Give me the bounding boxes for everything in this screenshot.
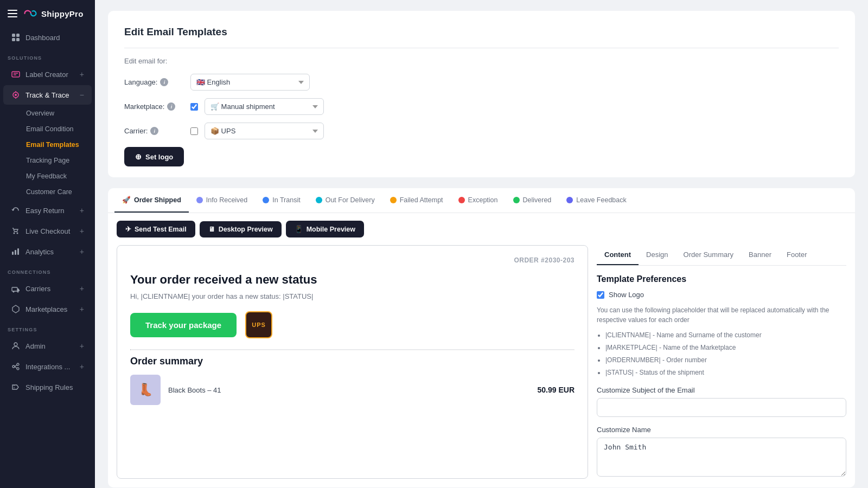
tab-exception[interactable]: Exception	[451, 189, 506, 213]
settings-tab-content[interactable]: Content	[597, 245, 639, 265]
carrier-checkbox[interactable]	[190, 127, 198, 135]
tab-out-for-delivery[interactable]: Out For Delivery	[308, 189, 382, 213]
language-info-icon[interactable]: i	[160, 78, 168, 86]
main-content-area: Edit Email Templates Edit email for: Lan…	[95, 0, 868, 488]
show-logo-label: Show Logo	[609, 291, 644, 299]
carrier-select[interactable]: 📦 UPS	[205, 123, 324, 139]
svg-line-23	[15, 365, 17, 367]
svg-rect-15	[17, 248, 19, 255]
email-subtext: Hi, |CLIENTNAME| your order has a new st…	[130, 292, 575, 300]
mobile-preview-button[interactable]: 📱 Mobile Preview	[286, 221, 364, 237]
out-delivery-icon	[316, 197, 322, 203]
config-card: Edit Email Templates Edit email for: Lan…	[108, 11, 855, 177]
sidebar-item-label-creator[interactable]: Label Creator +	[3, 65, 92, 84]
sidebar-admin-label: Admin	[25, 342, 46, 350]
logo-icon	[23, 9, 38, 18]
sidebar-label-creator-label: Label Creator	[25, 70, 68, 79]
show-logo-row: Show Logo	[597, 291, 846, 299]
integrations-icon	[11, 362, 21, 371]
sub-item-my-feedback[interactable]: My Feedback	[3, 169, 92, 184]
marketplace-info-icon[interactable]: i	[167, 102, 175, 111]
set-logo-icon: ⊕	[135, 152, 142, 161]
marketplace-select[interactable]: 🛒 Manual shipment	[205, 98, 324, 115]
svg-point-11	[14, 233, 15, 234]
customize-subject-input[interactable]	[597, 398, 846, 417]
add-icon: +	[80, 284, 84, 293]
add-icon: +	[80, 227, 84, 235]
app-name: ShippyPro	[41, 9, 84, 18]
sidebar-item-live-checkout[interactable]: Live Checkout +	[3, 221, 92, 241]
tab-leave-feedback[interactable]: Leave Feedback	[559, 189, 634, 213]
leave-feedback-icon	[566, 197, 573, 203]
sidebar-item-easy-return[interactable]: Easy Return +	[3, 201, 92, 220]
desktop-icon: 🖥	[208, 226, 215, 233]
tab-order-shipped[interactable]: 🚀 Order Shipped	[114, 188, 189, 213]
sidebar-item-admin[interactable]: Admin +	[3, 336, 92, 356]
placeholder-item-1: |CLIENTNAME| - Name and Surname of the c…	[605, 330, 846, 340]
sidebar-item-carriers[interactable]: Carriers +	[3, 279, 92, 298]
language-label: Language: i	[124, 78, 184, 86]
carrier-info-icon[interactable]: i	[150, 127, 158, 135]
sidebar-item-marketplaces[interactable]: Marketplaces +	[3, 299, 92, 319]
sidebar-analytics-label: Analytics	[25, 248, 54, 256]
sidebar-item-label: Dashboard	[25, 34, 60, 42]
tab-delivered[interactable]: Delivered	[506, 189, 559, 213]
svg-point-12	[17, 233, 18, 234]
sidebar-item-analytics[interactable]: Analytics +	[3, 242, 92, 261]
label-creator-icon	[11, 69, 21, 79]
customize-name-label: Customize Name	[597, 426, 846, 434]
sidebar-marketplaces-label: Marketplaces	[25, 305, 67, 313]
delivered-icon	[513, 197, 520, 203]
sidebar-item-track-trace[interactable]: Track & Trace −	[3, 85, 92, 105]
send-test-email-button[interactable]: ✈ Send Test Email	[117, 221, 195, 237]
template-prefs-title: Template Preferences	[597, 274, 846, 284]
sub-item-email-templates[interactable]: Email Templates	[3, 137, 92, 152]
track-trace-submenu: Overview Email Condition Email Templates…	[0, 105, 95, 200]
exception-icon	[458, 197, 465, 203]
add-icon: +	[80, 342, 84, 350]
settings-label: SETTINGS	[0, 319, 95, 336]
page-title: Edit Email Templates	[124, 26, 839, 38]
sub-item-email-condition[interactable]: Email Condition	[3, 121, 92, 137]
sub-item-tracking-page[interactable]: Tracking Page	[3, 153, 92, 168]
preview-panel: ORDER #2030-203 Your order received a ne…	[108, 245, 855, 487]
settings-tab-banner[interactable]: Banner	[741, 245, 779, 265]
track-package-button[interactable]: Track your package	[130, 313, 237, 337]
placeholder-item-4: |STATUS| - Status of the shipment	[605, 368, 846, 377]
desktop-preview-button[interactable]: 🖥 Desktop Preview	[200, 221, 282, 237]
send-email-icon: ✈	[125, 225, 131, 233]
order-item-row: 👢 Black Boots – 41 50.99 EUR	[130, 375, 575, 405]
email-cta-row: Track your package UPS	[130, 311, 575, 338]
set-logo-button[interactable]: ⊕ Set logo	[124, 147, 184, 166]
svg-point-18	[17, 291, 19, 293]
svg-rect-2	[12, 38, 15, 41]
edit-email-for-label: Edit email for:	[124, 57, 839, 65]
shipping-rules-icon	[11, 382, 21, 392]
sub-item-overview[interactable]: Overview	[3, 106, 92, 121]
email-headline: Your order received a new status	[130, 273, 575, 287]
language-select[interactable]: 🇬🇧 English	[190, 74, 310, 91]
tab-info-received[interactable]: Info Received	[189, 189, 255, 213]
solutions-label: SOLUTIONS	[0, 48, 95, 64]
settings-tab-footer[interactable]: Footer	[779, 245, 815, 265]
dashboard-icon	[11, 33, 21, 42]
show-logo-checkbox[interactable]	[597, 291, 604, 299]
add-icon: +	[80, 70, 84, 79]
sidebar-item-integrations[interactable]: Integrations ... +	[3, 357, 92, 376]
svg-rect-4	[12, 72, 20, 77]
customize-name-textarea[interactable]: John Smith	[597, 438, 846, 477]
sidebar-shipping-rules-label: Shipping Rules	[25, 383, 73, 391]
tab-in-transit[interactable]: In Transit	[255, 189, 308, 213]
sidebar-item-dashboard[interactable]: Dashboard	[3, 28, 92, 47]
sidebar-item-shipping-rules[interactable]: Shipping Rules	[3, 377, 92, 397]
email-tabs: 🚀 Order Shipped Info Received In Transit…	[108, 188, 855, 213]
live-checkout-icon	[11, 226, 21, 236]
settings-tab-design[interactable]: Design	[639, 245, 675, 265]
email-toolbar: ✈ Send Test Email 🖥 Desktop Preview 📱 Mo…	[108, 213, 855, 245]
sub-item-customer-care[interactable]: Customer Care	[3, 184, 92, 200]
tab-failed-attempt[interactable]: Failed Attempt	[382, 189, 451, 213]
marketplace-checkbox[interactable]	[190, 103, 198, 111]
settings-tab-order-summary[interactable]: Order Summary	[676, 245, 741, 265]
hamburger-icon[interactable]	[8, 10, 17, 17]
svg-point-20	[12, 365, 15, 368]
